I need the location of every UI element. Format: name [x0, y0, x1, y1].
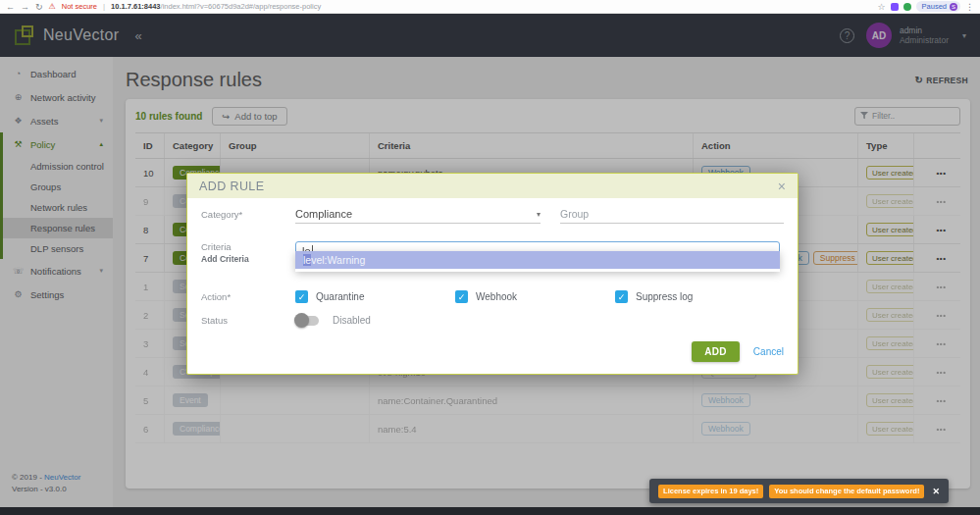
reload-icon[interactable]: ↻	[35, 2, 43, 12]
address-bar[interactable]: 10.1.7.61:8443/index.html?v=60675d9a2d#/…	[111, 2, 871, 11]
not-secure-label[interactable]: Not secure	[62, 2, 97, 11]
match-text: le	[303, 254, 311, 266]
cancel-button[interactable]: Cancel	[753, 346, 784, 357]
status-row: Status Disabled	[201, 315, 784, 326]
chevron-down-icon: ▾	[537, 210, 541, 219]
browser-menu-icon[interactable]: ⋮	[965, 2, 974, 12]
window-bottom-edge	[0, 507, 980, 515]
toast-close-icon[interactable]: ✕	[932, 487, 940, 496]
password-warning-badge: You should change the default password!	[769, 485, 924, 498]
status-toggle[interactable]	[295, 316, 319, 326]
back-icon[interactable]: ←	[6, 2, 15, 12]
url-host: 10.1.7.61:8443	[111, 2, 160, 11]
autocomplete-option[interactable]: level:Warning	[295, 251, 780, 269]
not-secure-warning-icon[interactable]: ⚠	[49, 2, 56, 11]
checkbox-checked-icon: ✓	[295, 290, 308, 303]
category-group-row: Category* Compliance ▾ Group	[201, 208, 784, 224]
add-criteria-label: Add Criteria	[201, 254, 295, 264]
license-expiry-badge: License expires in 19 days!	[658, 485, 763, 498]
checkbox-label: Webhook	[476, 291, 517, 302]
status-value: Disabled	[333, 315, 371, 326]
add-button[interactable]: ADD	[692, 341, 740, 362]
extension-icon[interactable]	[903, 3, 911, 11]
category-select[interactable]: Compliance ▾	[295, 208, 541, 224]
checkbox-checked-icon: ✓	[455, 290, 468, 303]
group-field[interactable]: Group	[560, 208, 784, 224]
modal-title: ADD RULE	[199, 180, 264, 193]
checkbox-label: Quarantine	[316, 291, 364, 302]
profile-paused-pill[interactable]: Paused S	[916, 1, 960, 12]
checkbox-label: Suppress log	[636, 291, 693, 302]
add-rule-modal: ADD RULE × Category* Compliance ▾ Group …	[186, 173, 799, 375]
close-icon[interactable]: ×	[778, 180, 786, 192]
action-label: Action*	[201, 291, 295, 302]
forward-icon[interactable]: →	[21, 2, 29, 12]
toggle-knob	[294, 313, 309, 328]
url-separator: |	[103, 2, 105, 11]
extension-icon[interactable]	[891, 3, 899, 11]
rest-text: vel:Warning	[311, 254, 365, 266]
screen: ← → ↻ ⚠ Not secure | 10.1.7.61:8443/inde…	[0, 0, 980, 515]
browser-toolbar: ← → ↻ ⚠ Not secure | 10.1.7.61:8443/inde…	[0, 0, 980, 14]
browser-profile-avatar: S	[950, 3, 957, 11]
status-label: Status	[201, 315, 295, 326]
action-row: Action* ✓ Quarantine ✓ Webhook ✓ Suppres…	[201, 290, 784, 303]
category-label: Category*	[201, 209, 295, 224]
quarantine-checkbox[interactable]: ✓ Quarantine	[295, 290, 455, 303]
checkbox-checked-icon: ✓	[615, 290, 628, 303]
suppress-log-checkbox[interactable]: ✓ Suppress log	[615, 290, 775, 303]
bookmark-star-icon[interactable]: ☆	[877, 2, 885, 12]
url-path: /index.html?v=60675d9a2d#/app/response-p…	[161, 2, 322, 11]
webhook-checkbox[interactable]: ✓ Webhook	[455, 290, 615, 303]
criteria-label: Criteria	[201, 241, 295, 252]
autocomplete-dropdown: level:Warning	[295, 251, 780, 272]
category-value: Compliance	[295, 208, 352, 220]
notification-toast: License expires in 19 days! You should c…	[649, 479, 949, 503]
paused-label: Paused	[922, 2, 947, 11]
